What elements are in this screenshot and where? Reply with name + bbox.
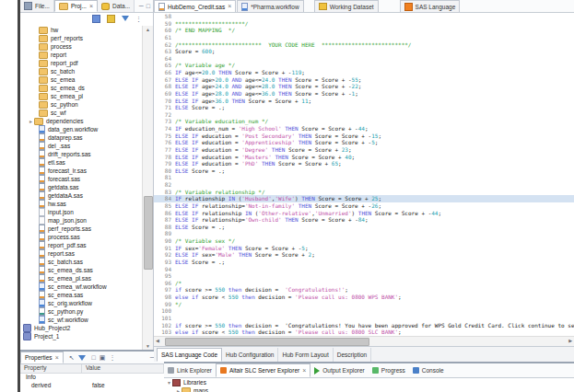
code-line[interactable]: 68ELSE IF age>24.0 AND age<=28.0 THEN Sc… [154, 83, 574, 90]
tree-item[interactable]: etl.sas [20, 158, 143, 167]
minimize-button[interactable]: ─ [139, 3, 144, 9]
tree-item[interactable]: ▾Libraries [168, 378, 574, 386]
expand-caret-icon[interactable]: ▾ [168, 379, 170, 386]
code-line[interactable]: 75ELSE IF education = 'Post Secondary' T… [154, 133, 574, 140]
collapse-all-icon[interactable] [92, 15, 100, 23]
tree-item[interactable]: dataprep.sas [20, 133, 143, 142]
code-line[interactable]: 60/* END MAPPING */ [154, 27, 574, 34]
filter-icon[interactable] [122, 16, 129, 21]
tree-item[interactable]: sc_wf [20, 109, 143, 117]
code-line[interactable]: 82 [154, 181, 574, 189]
code-line[interactable]: 61 [154, 34, 574, 41]
code-line[interactable]: 71ELSE Score = .; [154, 104, 574, 111]
code-line[interactable]: 62/************************* YOUR CODE H… [154, 41, 574, 49]
code-line[interactable]: 81 [154, 174, 574, 181]
view-tab-console[interactable]: Console [409, 363, 448, 377]
tree-item[interactable]: Project_1 [20, 332, 143, 340]
code-line[interactable]: 87ELSE IF relationship='Own-child' THEN … [154, 216, 574, 224]
tree-item[interactable]: forecast_lr.sas [20, 167, 143, 175]
tree-item[interactable]: sc_emea.sas [20, 291, 143, 299]
tree-item[interactable]: process [20, 42, 143, 51]
tree-item[interactable]: drift_reports.sas [20, 150, 143, 158]
explorer-tab-proj[interactable]: Proj...× [54, 0, 98, 12]
code-line[interactable]: 91IF sex='Female' THEN Score = Score + -… [154, 245, 574, 252]
tree-item[interactable]: forecast.sas [20, 175, 143, 183]
code-editor[interactable]: 5859*********************/60/* END MAPPI… [154, 13, 574, 336]
page-tab-hubconfiguration[interactable]: Hub Configuration [222, 348, 278, 362]
tree-item[interactable]: sc_emea_pl.sas [20, 274, 143, 282]
view-tab-progress[interactable]: Progress [369, 363, 409, 377]
scroll-left-icon[interactable]: ◀ [156, 338, 159, 343]
editor-horizontal-scrollbar[interactable]: ◀ ▶ [154, 336, 574, 346]
tree-item[interactable]: perf_reports [20, 34, 143, 42]
tree-item[interactable]: del_.sas [20, 142, 143, 150]
tree-item[interactable]: sc_python [20, 100, 143, 109]
close-icon[interactable]: × [89, 4, 93, 9]
code-line[interactable]: 88ELSE Score = .; [154, 224, 574, 231]
code-line[interactable]: 80ELSE Score = .; [154, 167, 574, 175]
code-line[interactable]: 70ELSE IF age>36.0 THEN Score = Score + … [154, 98, 574, 105]
close-icon[interactable]: × [228, 4, 231, 9]
explorer-tab-file[interactable]: File... [20, 0, 54, 12]
code-line[interactable]: 90/* Variable sex */ [154, 237, 574, 245]
tree-item[interactable]: sc_emea_pl [20, 92, 143, 100]
tree-item[interactable]: ▸dependencies [20, 117, 143, 125]
tree-item[interactable]: getdata.sas [20, 183, 143, 191]
code-line[interactable]: 77ELSE IF education = 'Degree' THEN Scor… [154, 146, 574, 154]
scrollbar-thumb[interactable] [165, 338, 369, 346]
code-line[interactable]: 89 [154, 230, 574, 237]
code-line[interactable]: 63Score = 600; [154, 48, 574, 55]
tree-item[interactable]: sc_emea_ds [20, 84, 143, 92]
code-line[interactable]: 83/* Variable relationship */ [154, 189, 574, 196]
code-line[interactable]: 96/* [154, 280, 574, 287]
page-tab-description[interactable]: Description [334, 348, 372, 362]
view-tab-output-explorer[interactable]: Output Explorer [310, 363, 369, 377]
code-line[interactable]: 66IF age<=20.0 THEN Score = Score + -119… [154, 69, 574, 76]
code-line[interactable]: 69ELSE IF age>28.0 AND age<=36.0 THEN Sc… [154, 90, 574, 98]
scroll-down-icon[interactable]: ▼ [144, 343, 152, 349]
code-line[interactable]: 73/* Variable education_num */ [154, 118, 574, 125]
explorer-scrollbar[interactable]: ▲ ▼ [142, 26, 153, 350]
code-line[interactable]: 93ELSE Score = .; [154, 259, 574, 266]
scroll-right-icon[interactable]: ▶ [568, 338, 572, 343]
tree-item[interactable]: perf_reports.sas [20, 225, 143, 233]
tree-item[interactable]: map_json.json [20, 216, 143, 225]
code-line[interactable]: 103else if score < 550 then decision = '… [154, 329, 574, 336]
tree-item[interactable]: sc_emea_ds.sas [20, 266, 143, 274]
close-icon[interactable]: × [55, 355, 59, 361]
tree-item[interactable]: getdataA.sas [20, 191, 143, 200]
code-line[interactable]: 79ELSE IF education = 'PhD' THEN Score =… [154, 160, 574, 167]
tree-item[interactable]: Hub_Project2 [20, 324, 143, 332]
tree-item[interactable]: ▸maps [168, 386, 574, 392]
tree-item[interactable]: sc_emea_wf.workflow [20, 282, 143, 291]
code-line[interactable]: 72 [154, 111, 574, 119]
tree-item[interactable]: sc_batch [20, 67, 143, 75]
tree-item[interactable]: sc_wf.workflow [20, 316, 143, 324]
tree-item[interactable]: input.json [20, 208, 143, 216]
code-line[interactable]: 100 [154, 307, 574, 315]
properties-tab[interactable]: Properties× [20, 352, 64, 363]
editor-tab-pharmaworkflow[interactable]: *Pharma.workflow [237, 0, 303, 12]
code-line[interactable]: 102if score >= 550 then decision = 'Cong… [154, 322, 574, 329]
editor-tab-saslanguage[interactable]: SAS Language [400, 0, 461, 12]
code-line[interactable]: 86ELSE IF relationship IN ('Other-relati… [154, 210, 574, 217]
tree-item[interactable]: report_pdf [20, 59, 143, 67]
code-line[interactable]: 94 [154, 266, 574, 273]
code-line[interactable]: 99*/ [154, 301, 574, 308]
scrollbar-thumb[interactable] [144, 196, 153, 270]
tree-item[interactable]: data_gen.workflow [20, 125, 143, 133]
property-row[interactable]: derivedfalse [20, 382, 164, 390]
code-line[interactable]: 98else if score < 550 then decision = 'P… [154, 294, 574, 301]
code-line[interactable]: 85ELSE IF relationship='Not-in-family' T… [154, 202, 574, 210]
tree-item[interactable]: report.sas [20, 249, 143, 258]
code-line[interactable]: 59*********************/ [154, 20, 574, 28]
code-line[interactable]: 97if score >= 550 then decision = 'Congr… [154, 286, 574, 294]
editor-tab-workingdataset[interactable]: Working Dataset [314, 0, 379, 12]
code-line[interactable]: 84IF relationship IN ('Husband','Wife') … [154, 195, 574, 202]
code-line[interactable]: 78ELSE IF education = 'Masters' THEN Sco… [154, 154, 574, 161]
view-menu-icon[interactable]: ⋮ [109, 354, 115, 361]
code-line[interactable]: 101 [154, 315, 574, 322]
expand-caret-icon[interactable]: ▸ [177, 387, 180, 392]
select-tool-icon[interactable]: ↖ [69, 354, 75, 361]
explorer-tab-data[interactable]: Data... [98, 0, 135, 12]
